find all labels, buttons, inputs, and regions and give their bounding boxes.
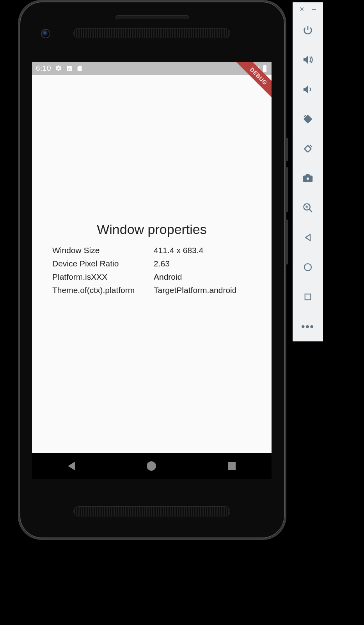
app-body: Window properties Window Size 411.4 x 68… (32, 75, 272, 461)
page-title: Window properties (97, 222, 207, 237)
zoom-icon (302, 202, 313, 213)
close-button[interactable]: × (300, 5, 304, 14)
rotate-left-button[interactable] (301, 112, 314, 126)
back-icon (303, 233, 313, 242)
svg-rect-3 (304, 145, 311, 152)
bottom-grill (73, 506, 230, 516)
more-icon: ••• (301, 321, 314, 333)
app-surface: 6:10 A DEBUG Window properties Window Si… (32, 62, 272, 461)
phone-screen: 6:10 A DEBUG Window properties Window Si… (32, 62, 272, 479)
nav-home-button[interactable] (147, 461, 156, 471)
svg-rect-10 (305, 294, 311, 300)
android-navbar (32, 453, 272, 479)
prop-value: Android (154, 272, 251, 282)
battery-icon (263, 65, 267, 72)
more-button[interactable]: ••• (301, 320, 314, 333)
svg-point-9 (304, 264, 311, 271)
panel-window-controls: × – (293, 2, 323, 15)
prop-value: 2.63 (154, 259, 251, 268)
svg-line-6 (309, 209, 312, 212)
status-bar-left: 6:10 A (36, 64, 83, 73)
settings-icon (55, 65, 62, 72)
svg-point-4 (307, 177, 309, 180)
power-button[interactable] (301, 23, 314, 37)
power-key (285, 138, 288, 161)
emulator-home-button[interactable] (301, 261, 314, 274)
overview-icon (304, 293, 312, 301)
rotate-left-icon (302, 113, 314, 125)
prop-label: Platform.isXXX (52, 272, 154, 282)
prop-label: Theme.of(ctx).platform (52, 286, 154, 295)
power-icon (302, 25, 313, 36)
svg-text:A: A (68, 66, 71, 71)
status-time: 6:10 (36, 64, 51, 73)
emulator-overview-button[interactable] (301, 290, 314, 304)
earpiece-grill (73, 28, 230, 38)
properties-table: Window Size 411.4 x 683.4 Device Pixel R… (52, 246, 251, 295)
volume-up-icon (302, 54, 313, 65)
prop-label: Device Pixel Ratio (52, 259, 154, 268)
volume-down-key (285, 220, 288, 264)
nav-back-button[interactable] (68, 462, 75, 470)
emulator-back-button[interactable] (301, 231, 314, 244)
prop-value: 411.4 x 683.4 (154, 246, 251, 255)
sd-card-icon (76, 65, 83, 72)
prop-label: Window Size (52, 246, 154, 255)
volume-down-button[interactable] (301, 83, 314, 96)
status-bar: 6:10 A (32, 62, 272, 75)
volume-down-icon (302, 84, 313, 95)
language-icon: A (66, 65, 73, 72)
prop-value: TargetPlatform.android (154, 286, 251, 295)
emulator-control-panel: × – ••• (293, 2, 323, 341)
speaker-top (115, 15, 189, 19)
rotate-right-icon (302, 143, 314, 155)
volume-up-key (285, 167, 288, 212)
rotate-right-button[interactable] (301, 142, 314, 155)
camera-icon (302, 173, 314, 184)
home-icon (303, 262, 313, 272)
zoom-button[interactable] (301, 201, 314, 214)
volume-up-button[interactable] (301, 53, 314, 66)
nav-overview-button[interactable] (228, 462, 236, 470)
front-camera (41, 29, 50, 38)
minimize-button[interactable]: – (312, 5, 316, 14)
screenshot-button[interactable] (301, 172, 314, 185)
